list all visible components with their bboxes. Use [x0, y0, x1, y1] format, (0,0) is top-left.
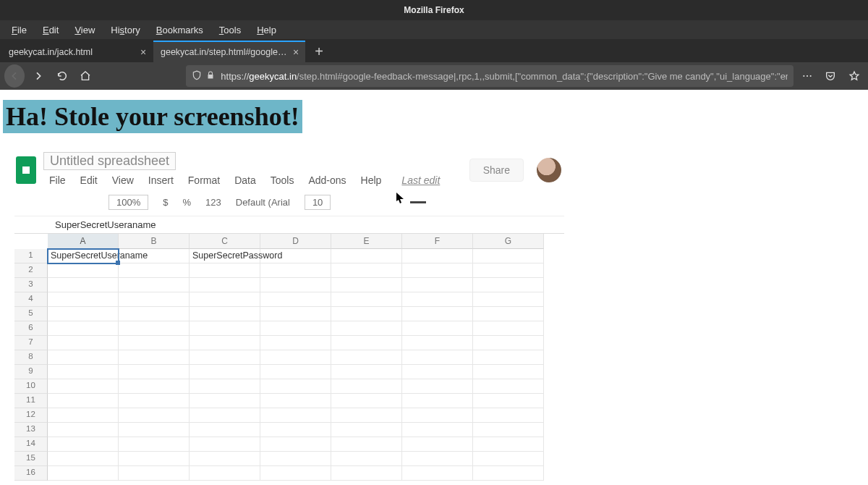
row-header[interactable]: 6 — [14, 321, 48, 336]
cell-A7[interactable] — [48, 336, 119, 350]
cell-A15[interactable] — [48, 452, 119, 466]
menu-help[interactable]: Help — [250, 22, 284, 38]
cell-A12[interactable] — [48, 408, 119, 423]
cell-F16[interactable] — [402, 466, 473, 481]
tab-0[interactable]: geekycat.in/jack.html × — [1, 41, 153, 62]
format-currency-button[interactable]: $ — [163, 197, 168, 208]
row-header[interactable]: 11 — [14, 394, 48, 408]
tab-1[interactable]: geekycat.in/step.html#google-feed… × — [153, 41, 305, 62]
cell-C12[interactable] — [190, 408, 260, 423]
cell-D1[interactable] — [260, 249, 331, 263]
forward-button[interactable] — [29, 65, 48, 87]
toolbar-more-icon[interactable] — [410, 201, 426, 203]
cell-E13[interactable] — [331, 423, 402, 437]
cell-G4[interactable] — [473, 292, 544, 307]
cell-E9[interactable] — [331, 365, 402, 379]
col-header-C[interactable]: C — [190, 234, 260, 249]
cell-A11[interactable] — [48, 394, 119, 408]
cell-E1[interactable] — [331, 249, 402, 263]
cell-B12[interactable] — [119, 408, 190, 423]
tracking-shield-icon[interactable] — [192, 70, 202, 83]
tab-0-close-icon[interactable]: × — [137, 46, 149, 58]
row-header[interactable]: 2 — [14, 263, 48, 278]
cell-D12[interactable] — [260, 408, 331, 423]
col-header-G[interactable]: G — [473, 234, 544, 249]
cell-D5[interactable] — [260, 307, 331, 321]
cell-G11[interactable] — [473, 394, 544, 408]
row-header[interactable]: 5 — [14, 307, 48, 321]
format-number-button[interactable]: 123 — [205, 197, 221, 208]
cell-D6[interactable] — [260, 321, 331, 336]
cell-A8[interactable] — [48, 350, 119, 365]
row-header[interactable]: 10 — [14, 379, 48, 394]
cell-F9[interactable] — [402, 365, 473, 379]
cell-C9[interactable] — [190, 365, 260, 379]
cell-G8[interactable] — [473, 350, 544, 365]
cell-D3[interactable] — [260, 278, 331, 292]
cell-D9[interactable] — [260, 365, 331, 379]
cell-C7[interactable] — [190, 336, 260, 350]
cell-E11[interactable] — [331, 394, 402, 408]
cell-D8[interactable] — [260, 350, 331, 365]
col-header-A[interactable]: A — [48, 234, 119, 249]
row-header[interactable]: 1 — [14, 249, 48, 263]
cell-E10[interactable] — [331, 379, 402, 394]
cell-G5[interactable] — [473, 307, 544, 321]
cell-A14[interactable] — [48, 437, 119, 452]
cell-F11[interactable] — [402, 394, 473, 408]
tab-1-close-icon[interactable]: × — [291, 46, 301, 58]
cell-G12[interactable] — [473, 408, 544, 423]
cell-D14[interactable] — [260, 437, 331, 452]
row-header[interactable]: 14 — [14, 437, 48, 452]
lock-icon[interactable] — [206, 71, 216, 82]
page-actions-button[interactable] — [798, 65, 817, 87]
menu-edit[interactable]: Edit — [35, 22, 66, 38]
cell-G9[interactable] — [473, 365, 544, 379]
row-header[interactable]: 7 — [14, 336, 48, 350]
cell-E14[interactable] — [331, 437, 402, 452]
cell-F6[interactable] — [402, 321, 473, 336]
url-bar[interactable]: https://geekycat.in/step.html#google-fee… — [186, 65, 793, 87]
cell-F12[interactable] — [402, 408, 473, 423]
cell-B15[interactable] — [119, 452, 190, 466]
format-percent-button[interactable]: % — [182, 197, 191, 208]
cell-G16[interactable] — [473, 466, 544, 481]
cell-D10[interactable] — [260, 379, 331, 394]
cell-E3[interactable] — [331, 278, 402, 292]
cell-E8[interactable] — [331, 350, 402, 365]
cell-G13[interactable] — [473, 423, 544, 437]
cell-C4[interactable] — [190, 292, 260, 307]
zoom-select[interactable]: 100% — [109, 195, 148, 210]
cell-A9[interactable] — [48, 365, 119, 379]
avatar[interactable] — [537, 158, 561, 182]
cell-G3[interactable] — [473, 278, 544, 292]
cell-D15[interactable] — [260, 452, 331, 466]
cell-B5[interactable] — [119, 307, 190, 321]
cell-E2[interactable] — [331, 263, 402, 278]
cell-G14[interactable] — [473, 437, 544, 452]
cell-A5[interactable] — [48, 307, 119, 321]
row-header[interactable]: 4 — [14, 292, 48, 307]
cell-D7[interactable] — [260, 336, 331, 350]
font-size-input[interactable]: 10 — [305, 195, 331, 210]
cell-F1[interactable] — [402, 249, 473, 263]
doc-menu-file[interactable]: File — [43, 173, 72, 187]
row-header[interactable]: 15 — [14, 452, 48, 466]
cell-F7[interactable] — [402, 336, 473, 350]
cell-F13[interactable] — [402, 423, 473, 437]
menu-history[interactable]: History — [103, 22, 147, 38]
cell-G7[interactable] — [473, 336, 544, 350]
cell-A4[interactable] — [48, 292, 119, 307]
cell-E12[interactable] — [331, 408, 402, 423]
menu-tools[interactable]: Tools — [212, 22, 248, 38]
cell-A16[interactable] — [48, 466, 119, 481]
col-header-E[interactable]: E — [331, 234, 402, 249]
cell-F4[interactable] — [402, 292, 473, 307]
cell-F15[interactable] — [402, 452, 473, 466]
cell-B4[interactable] — [119, 292, 190, 307]
cell-B7[interactable] — [119, 336, 190, 350]
cell-B14[interactable] — [119, 437, 190, 452]
cell-G15[interactable] — [473, 452, 544, 466]
cell-E16[interactable] — [331, 466, 402, 481]
cell-E15[interactable] — [331, 452, 402, 466]
